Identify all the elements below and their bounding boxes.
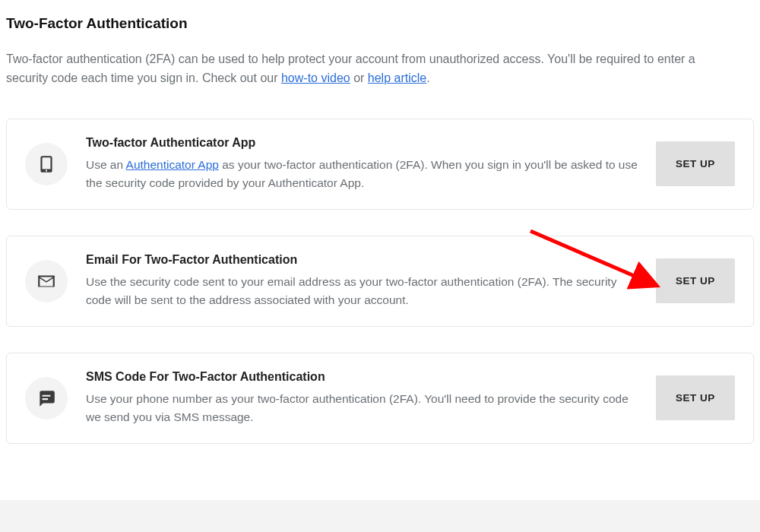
intro-text-middle: or [350, 71, 368, 84]
setup-button-authenticator-app[interactable]: SET UP [656, 141, 735, 186]
method-card-authenticator-app: Two-factor Authenticator App Use an Auth… [6, 119, 754, 210]
intro-text: Two-factor authentication (2FA) can be u… [0, 36, 745, 88]
method-text-authenticator-app: Two-factor Authenticator App Use an Auth… [86, 136, 638, 192]
method-card-sms: SMS Code For Two-Factor Authentication U… [6, 353, 754, 444]
setup-button-email[interactable]: SET UP [656, 258, 735, 303]
method-card-email: Email For Two-Factor Authentication Use … [6, 236, 754, 327]
footer-block [0, 500, 760, 532]
method-title-sms: SMS Code For Two-Factor Authentication [86, 370, 638, 384]
help-article-link[interactable]: help article [368, 71, 426, 84]
method-desc-app-before: Use an [86, 158, 126, 171]
setup-button-sms[interactable]: SET UP [656, 375, 735, 420]
page-title: Two-Factor Authentication [0, 0, 760, 36]
method-title-authenticator-app: Two-factor Authenticator App [86, 136, 638, 150]
method-text-sms: SMS Code For Two-Factor Authentication U… [86, 370, 638, 426]
method-text-email: Email For Two-Factor Authentication Use … [86, 253, 638, 309]
method-desc-sms: Use your phone number as your two-factor… [86, 390, 638, 426]
intro-text-after: . [426, 71, 429, 84]
howto-video-link[interactable]: how-to video [281, 71, 350, 84]
authenticator-app-link[interactable]: Authenticator App [126, 158, 219, 171]
envelope-icon [25, 260, 68, 302]
chat-icon [25, 377, 68, 420]
method-desc-authenticator-app: Use an Authenticator App as your two-fac… [86, 156, 638, 192]
method-title-email: Email For Two-Factor Authentication [86, 253, 638, 267]
method-desc-email: Use the security code sent to your email… [86, 273, 638, 309]
tablet-icon [25, 143, 68, 185]
